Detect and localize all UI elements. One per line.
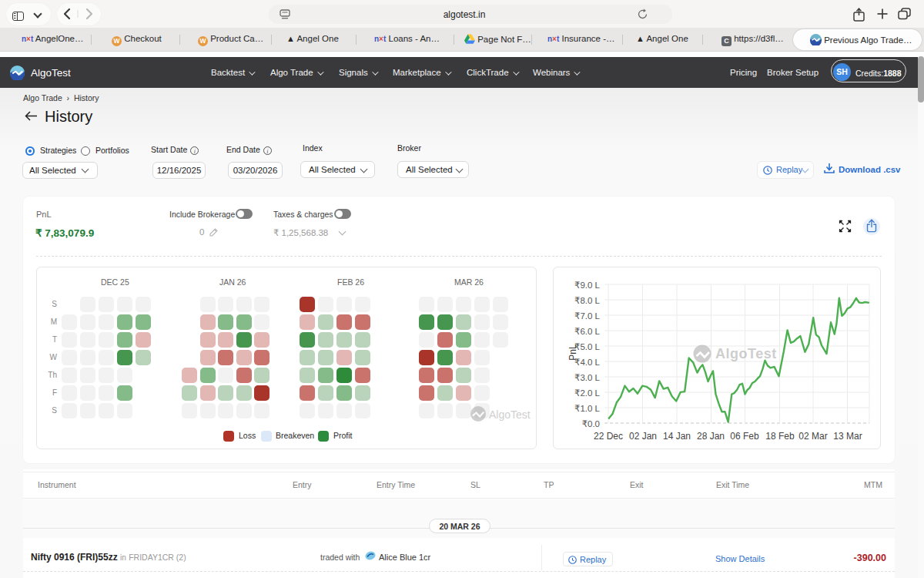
svg-text:AlgoTest: AlgoTest [715,346,777,361]
svg-text:AlgoTest: AlgoTest [489,408,531,421]
